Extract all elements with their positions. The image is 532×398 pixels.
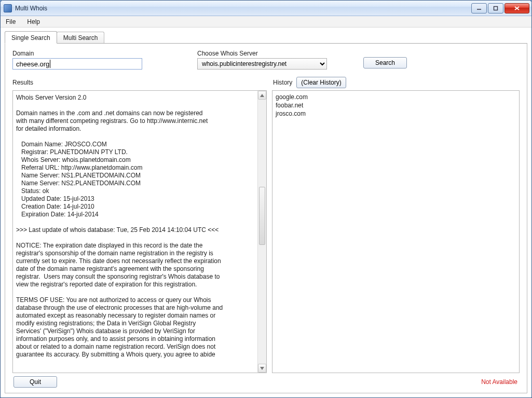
svg-marker-4 — [260, 94, 264, 97]
history-panel[interactable]: google.com foobar.net jrosco.com — [272, 90, 520, 373]
whois-server-select[interactable]: whois.publicinterestregistry.net — [197, 58, 327, 70]
tab-single-search[interactable]: Single Search — [5, 31, 57, 44]
clear-history-button[interactable]: (Clear History) — [296, 77, 346, 88]
tabstrip: Single Search Multi Search — [5, 31, 527, 43]
content-area: Single Search Multi Search Domain Choose… — [1, 28, 531, 397]
close-icon — [514, 6, 520, 11]
results-scrollbar[interactable] — [257, 91, 266, 373]
app-icon — [4, 4, 12, 12]
quit-button[interactable]: Quit — [13, 376, 57, 388]
results-panel: Whois Server Version 2.0 Domain names in… — [12, 90, 267, 373]
app-window: Multi Whois File Help Single Search Mult… — [0, 0, 532, 398]
close-button[interactable] — [504, 3, 529, 13]
search-button[interactable]: Search — [363, 57, 407, 68]
history-item[interactable]: foobar.net — [276, 101, 516, 109]
scroll-track[interactable] — [258, 100, 266, 364]
maximize-icon — [493, 6, 498, 11]
maximize-button[interactable] — [488, 3, 503, 13]
minimize-button[interactable] — [471, 3, 487, 13]
domain-label: Domain — [12, 50, 187, 57]
svg-rect-1 — [494, 6, 498, 10]
menu-file[interactable]: File — [4, 17, 18, 26]
tab-multi-search[interactable]: Multi Search — [57, 32, 105, 43]
chevron-up-icon — [260, 94, 264, 97]
scroll-down-button[interactable] — [258, 364, 266, 373]
scroll-up-button[interactable] — [258, 91, 266, 100]
chevron-down-icon — [260, 367, 264, 370]
server-label: Choose Whois Server — [197, 50, 353, 57]
footer: Quit Not Available — [12, 373, 520, 388]
domain-input[interactable] — [12, 58, 142, 70]
menu-help[interactable]: Help — [25, 17, 42, 26]
window-title: Multi Whois — [15, 5, 47, 12]
minimize-icon — [476, 6, 482, 11]
history-item[interactable]: google.com — [276, 93, 516, 101]
window-controls — [471, 3, 529, 13]
svg-marker-5 — [260, 367, 264, 370]
scroll-thumb[interactable] — [259, 187, 265, 245]
tab-panel-single: Domain Choose Whois Server whois.publici… — [5, 43, 527, 393]
history-item[interactable]: jrosco.com — [276, 109, 516, 118]
menubar: File Help — [1, 16, 531, 28]
history-label: History — [273, 79, 292, 86]
titlebar: Multi Whois — [1, 1, 531, 16]
results-label: Results — [12, 79, 269, 86]
status-text: Not Available — [481, 378, 520, 386]
results-text[interactable]: Whois Server Version 2.0 Domain names in… — [13, 91, 257, 373]
